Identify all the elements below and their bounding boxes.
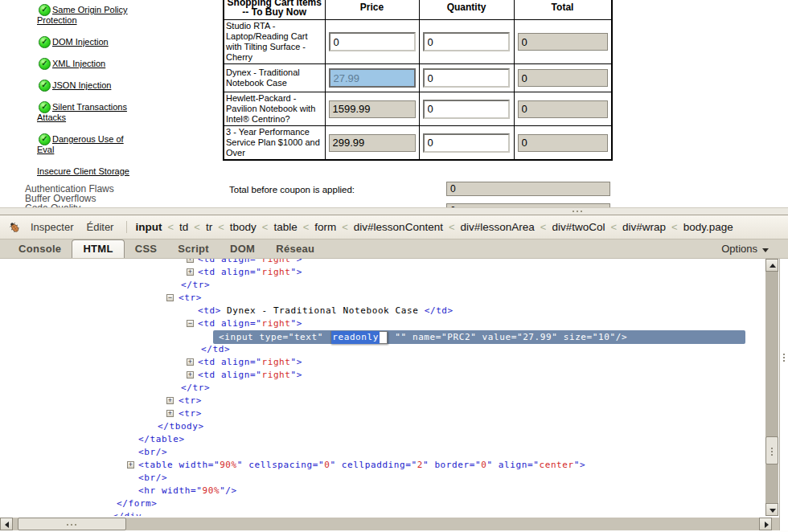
tab-script[interactable]: Script	[167, 240, 220, 258]
tree-line[interactable]: </tr>	[0, 279, 765, 292]
code-segment: 2	[417, 460, 423, 470]
tree-line[interactable]: </td>	[0, 343, 765, 356]
tab-réseau[interactable]: Réseau	[265, 240, 325, 258]
tree-line[interactable]: <hr width="90%"/>	[0, 485, 765, 497]
breadcrumb-item[interactable]: form	[314, 221, 336, 233]
lesson-item: ✓JSON Injection	[25, 80, 142, 91]
price-cell	[325, 20, 419, 64]
breadcrumb-item[interactable]: tbody	[230, 221, 257, 233]
tab-css[interactable]: CSS	[125, 240, 168, 258]
tree-line[interactable]: <input type="text" readonly "" name="PRC…	[0, 330, 765, 343]
breadcrumb-item[interactable]: body.page	[683, 221, 733, 233]
scroll-left-button[interactable]	[0, 518, 13, 530]
expand-toggle-icon[interactable]: +	[187, 358, 194, 366]
total-input[interactable]	[518, 100, 608, 118]
attribute-name-editor[interactable]: readonly	[330, 331, 388, 344]
breadcrumb-item[interactable]: div#wrap	[622, 221, 666, 233]
total-input[interactable]	[518, 134, 608, 152]
options-button[interactable]: Options	[721, 243, 769, 258]
quantity-input[interactable]	[423, 68, 510, 88]
horizontal-scrollbar[interactable]	[0, 518, 779, 530]
breadcrumb-item[interactable]: div#lessonArea	[461, 221, 535, 233]
lesson-link[interactable]: Insecure Client Storage	[37, 166, 129, 176]
tab-console[interactable]: Console	[8, 240, 72, 258]
side-panel-splitter[interactable]	[779, 259, 788, 532]
price-input[interactable]	[329, 32, 416, 51]
code-segment: <td align="	[198, 318, 261, 329]
tree-line[interactable]: +<tr>	[0, 395, 765, 407]
tree-line[interactable]: </tbody>	[0, 420, 765, 433]
breadcrumb-item[interactable]: table	[273, 221, 297, 233]
breadcrumb-item[interactable]: td	[179, 221, 188, 233]
expand-toggle-icon[interactable]: +	[187, 371, 194, 379]
expand-toggle-icon[interactable]: +	[166, 410, 174, 417]
lesson-link[interactable]: Same Origin Policy Protection	[37, 5, 128, 25]
tree-line[interactable]: +<tr>	[0, 407, 765, 420]
expand-toggle-icon[interactable]: −	[166, 294, 174, 301]
quantity-input[interactable]	[423, 32, 510, 51]
breadcrumb-item[interactable]: div#twoCol	[552, 221, 605, 233]
vertical-scroll-thumb[interactable]	[765, 436, 778, 464]
total-input[interactable]	[518, 33, 608, 51]
expand-toggle-icon[interactable]: +	[187, 259, 194, 263]
total-input[interactable]	[518, 69, 608, 87]
price-input[interactable]	[329, 100, 416, 118]
code-segment: right	[261, 357, 290, 367]
node-text: </td>	[201, 343, 230, 356]
node-text: <br/>	[138, 472, 167, 485]
horizontal-scroll-thumb[interactable]	[18, 518, 126, 530]
quantity-input[interactable]	[423, 100, 510, 119]
breadcrumb: input<td<tr<tbody<table<form<div#lessonC…	[135, 221, 733, 233]
price-input[interactable]	[329, 134, 416, 152]
firebug-beetle-icon[interactable]	[6, 219, 23, 235]
expand-toggle-icon[interactable]: +	[187, 268, 194, 276]
tab-dom[interactable]: DOM	[220, 240, 265, 258]
node-text: <tr>	[179, 407, 202, 420]
scroll-down-icon	[770, 509, 776, 513]
menu-diter[interactable]: Éditer	[86, 221, 113, 233]
tree-line[interactable]: </div	[0, 510, 765, 516]
tab-html[interactable]: HTML	[72, 239, 124, 258]
code-segment: " border="	[423, 460, 481, 470]
tree-line[interactable]: <br/>	[0, 472, 765, 485]
totals-value-field[interactable]	[446, 182, 610, 196]
tree-line[interactable]: −<td align="right">	[0, 317, 765, 330]
scroll-right-button[interactable]	[759, 518, 772, 530]
price-input[interactable]	[329, 68, 416, 88]
table-header-row: Shopping Cart Items -- To Buy NowPriceQu…	[224, 0, 612, 20]
tree-line[interactable]: +<td align="right">	[0, 356, 765, 369]
expand-toggle-icon[interactable]: +	[166, 397, 174, 404]
lesson-item: ✓Dangerous Use of Eval	[25, 134, 142, 155]
lesson-link[interactable]: XML Injection	[52, 59, 105, 68]
breadcrumb-item[interactable]: div#lessonContent	[354, 221, 443, 233]
tree-line[interactable]: </form>	[0, 497, 765, 510]
tree-line[interactable]: +<td align="right">	[0, 266, 765, 279]
splitter-grip-icon	[783, 354, 785, 355]
node-text: <tr>	[179, 395, 202, 407]
tree-line[interactable]: −<tr>	[0, 292, 765, 305]
breadcrumb-separator: <	[303, 221, 310, 233]
breadcrumb-item[interactable]: input	[135, 221, 162, 233]
vertical-scrollbar[interactable]	[765, 259, 778, 516]
selected-node-bar[interactable]: <input type="text" readonly "" name="PRC…	[213, 330, 745, 344]
code-segment: <tr>	[179, 408, 202, 419]
panel-splitter[interactable]	[0, 207, 788, 215]
lesson-link[interactable]: DOM Injection	[52, 37, 109, 47]
menu-inspecter[interactable]: Inspecter	[31, 221, 73, 233]
scroll-down-button[interactable]	[765, 503, 778, 516]
node-text: <td align="right">	[198, 259, 302, 266]
firebug-menus: InspecterÉditer	[31, 221, 126, 233]
expand-toggle-icon[interactable]: −	[187, 320, 194, 327]
scroll-up-button[interactable]	[765, 259, 778, 272]
tree-line[interactable]: <br/>	[0, 446, 765, 459]
quantity-input[interactable]	[423, 133, 510, 153]
tree-line[interactable]: +<td align="right">	[0, 259, 765, 266]
tree-line[interactable]: <td> Dynex - Traditional Notebook Case <…	[0, 305, 765, 317]
lesson-link[interactable]: JSON Injection	[52, 80, 111, 90]
tree-line[interactable]: </table>	[0, 433, 765, 446]
tree-line[interactable]: +<table width="90%" cellspacing="0" cell…	[0, 459, 765, 472]
breadcrumb-item[interactable]: tr	[206, 221, 212, 233]
tree-line[interactable]: +<td align="right">	[0, 369, 765, 382]
expand-toggle-icon[interactable]: +	[127, 461, 134, 469]
tree-line[interactable]: </tr>	[0, 382, 765, 395]
